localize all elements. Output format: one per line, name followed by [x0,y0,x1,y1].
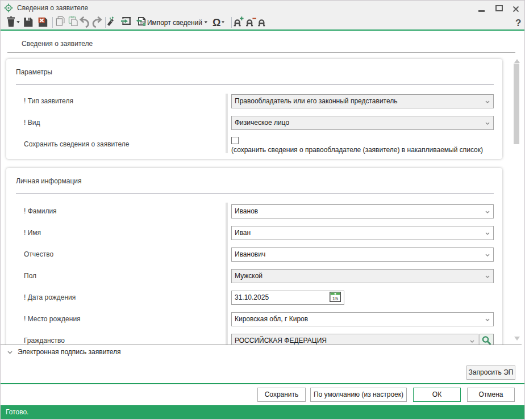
svg-text:15: 15 [332,295,339,301]
svg-text:Ω: Ω [213,17,220,28]
